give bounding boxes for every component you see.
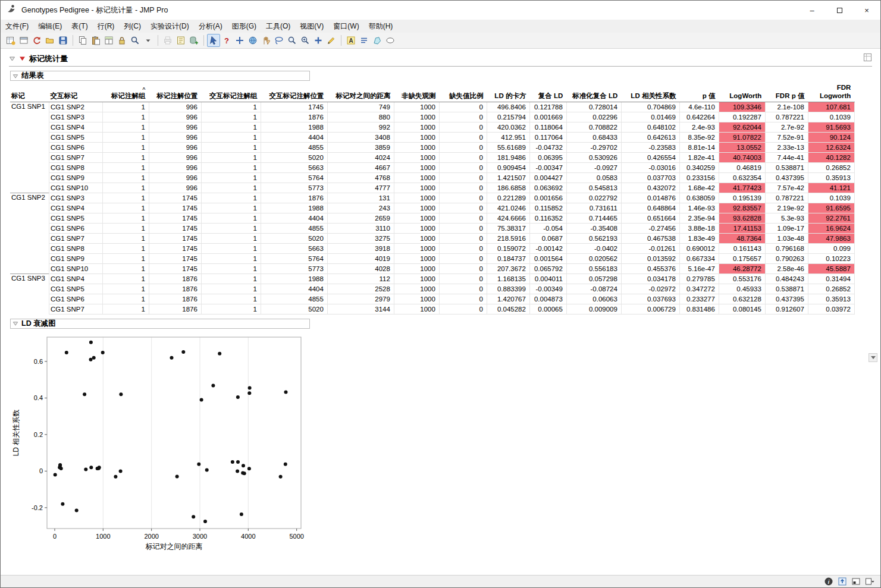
cell-dist[interactable]: 3918	[327, 243, 394, 253]
cell-fdrlw[interactable]: 45.5887	[808, 263, 854, 273]
lasso-icon[interactable]	[272, 34, 286, 47]
column-header-fdrp[interactable]: FDR p 值	[765, 83, 808, 102]
cell-p[interactable]: 0.642264	[679, 112, 719, 122]
cell-fdrlw[interactable]: 16.9624	[808, 223, 854, 233]
cell-corr[interactable]: 0.014876	[621, 193, 679, 203]
cell-corr[interactable]: 0.034178	[621, 273, 679, 284]
cell-nobs[interactable]: 1000	[394, 284, 439, 294]
menu-item-3[interactable]: 行(R)	[93, 20, 120, 33]
cell-dist[interactable]: 4777	[327, 183, 394, 193]
cell-m_pos[interactable]: 1745	[149, 233, 201, 243]
cell-m_pos[interactable]: 1876	[149, 294, 201, 304]
cell-marker[interactable]: CG1 SNP3	[10, 273, 49, 314]
cell-i_pos[interactable]: 5764	[261, 172, 327, 183]
cell-lw[interactable]: 0.161143	[719, 243, 765, 253]
cell-stdcomp[interactable]: 0.562193	[566, 233, 621, 243]
cell-m_pos[interactable]: 996	[149, 132, 201, 142]
help-icon[interactable]: ?	[220, 34, 233, 47]
disclosure-open-icon[interactable]	[12, 318, 18, 329]
cell-comp[interactable]: 0.06395	[529, 152, 566, 162]
cell-marker[interactable]: CG1 SNP1	[10, 102, 49, 193]
cell-stdcomp[interactable]: 0.057298	[566, 273, 621, 284]
cell-lw[interactable]: 0.45933	[719, 284, 765, 294]
cell-corr[interactable]: 0.037693	[621, 294, 679, 304]
cell-chisq[interactable]: 181.9486	[487, 152, 529, 162]
cell-corr[interactable]: 0.006729	[621, 304, 679, 314]
cell-m_group[interactable]: 1	[102, 243, 149, 253]
cell-nobs[interactable]: 1000	[394, 183, 439, 193]
cell-comp[interactable]: 0.118064	[529, 122, 566, 132]
cell-m_group[interactable]: 1	[102, 172, 149, 183]
cell-pair[interactable]: CG1 SNP6	[49, 142, 102, 152]
cell-i_pos[interactable]: 1988	[261, 203, 327, 213]
cell-miss[interactable]: 0	[439, 162, 487, 172]
cell-i_pos[interactable]: 5773	[261, 263, 327, 273]
cell-pair[interactable]: CG1 SNP4	[49, 273, 102, 284]
cell-p[interactable]: 0.233277	[679, 294, 719, 304]
cell-fdrp[interactable]: 0.787221	[765, 193, 808, 203]
select-box-icon[interactable]	[865, 577, 874, 586]
cell-miss[interactable]: 0	[439, 132, 487, 142]
column-header-dist[interactable]: 标记对之间的距离	[327, 83, 394, 102]
scatter-point[interactable]	[211, 383, 215, 387]
cell-marker[interactable]: CG1 SNP2	[10, 193, 49, 273]
cell-m_group[interactable]: 1	[102, 253, 149, 263]
scatter-point[interactable]	[181, 350, 185, 354]
cell-m_pos[interactable]: 1745	[149, 243, 201, 253]
column-header-pair[interactable]: 交互标记	[49, 83, 102, 102]
cell-m_group[interactable]: 1	[102, 152, 149, 162]
cell-nobs[interactable]: 1000	[394, 162, 439, 172]
cell-pair[interactable]: CG1 SNP7	[49, 152, 102, 162]
cell-corr[interactable]: 0.455376	[621, 263, 679, 273]
cell-fdrlw[interactable]: 0.35913	[808, 172, 854, 183]
scatter-point[interactable]	[119, 392, 123, 396]
cell-m_group[interactable]: 1	[102, 203, 149, 213]
scatter-point[interactable]	[279, 474, 283, 478]
cell-fdrp[interactable]: 1.09e-17	[765, 223, 808, 233]
caret-down-icon[interactable]	[142, 34, 155, 47]
cell-i_pos[interactable]: 5020	[261, 233, 327, 243]
cell-dist[interactable]: 749	[327, 102, 394, 112]
column-header-m_group[interactable]: ^标记注解组	[102, 83, 149, 102]
scatter-point[interactable]	[54, 473, 57, 476]
menu-item-10[interactable]: 窗口(W)	[328, 20, 363, 33]
cell-corr[interactable]: 0.013592	[621, 253, 679, 263]
cell-fdrlw[interactable]: 40.1282	[808, 152, 854, 162]
cell-stdcomp[interactable]: 0.731611	[566, 203, 621, 213]
cell-i_group[interactable]: 1	[201, 233, 261, 243]
cell-fdrlw[interactable]: 47.9863	[808, 233, 854, 243]
cell-fdrlw[interactable]: 92.2761	[808, 213, 854, 223]
cell-dist[interactable]: 992	[327, 122, 394, 132]
cell-lw[interactable]: 109.3346	[719, 102, 765, 112]
scatter-point[interactable]	[236, 395, 240, 398]
cell-i_group[interactable]: 1	[201, 162, 261, 172]
cell-p[interactable]: 0.638059	[679, 193, 719, 203]
cell-dist[interactable]: 4667	[327, 162, 394, 172]
cell-m_group[interactable]: 1	[102, 183, 149, 193]
column-header-nobs[interactable]: 非缺失观测	[394, 83, 439, 102]
cell-i_pos[interactable]: 1876	[261, 193, 327, 203]
cell-lw[interactable]: 0.632128	[719, 294, 765, 304]
cell-pair[interactable]: CG1 SNP5	[49, 213, 102, 223]
cell-corr[interactable]: -0.23583	[621, 142, 679, 152]
cell-m_group[interactable]: 1	[102, 142, 149, 152]
cell-comp[interactable]: 0.00065	[529, 304, 566, 314]
cell-miss[interactable]: 0	[439, 304, 487, 314]
scatter-point[interactable]	[200, 398, 203, 401]
cell-chisq[interactable]: 1.168135	[487, 273, 529, 284]
cell-lw[interactable]: 91.07822	[719, 132, 765, 142]
cell-lw[interactable]: 40.74003	[719, 152, 765, 162]
cell-stdcomp[interactable]: -0.29702	[566, 142, 621, 152]
cell-corr[interactable]: 0.651664	[621, 213, 679, 223]
cell-comp[interactable]: -0.00349	[529, 284, 566, 294]
scatter-point[interactable]	[89, 357, 93, 361]
cell-p[interactable]: 0.233156	[679, 172, 719, 183]
cell-fdrlw[interactable]: 0.099	[808, 243, 854, 253]
cell-miss[interactable]: 0	[439, 243, 487, 253]
crosshair-icon[interactable]	[233, 34, 246, 47]
cell-i_group[interactable]: 1	[201, 112, 261, 122]
journal-icon[interactable]	[174, 34, 187, 47]
cell-i_pos[interactable]: 1876	[261, 112, 327, 122]
column-header-i_group[interactable]: 交互标记注解组	[201, 83, 261, 102]
oval-icon[interactable]	[384, 34, 397, 47]
